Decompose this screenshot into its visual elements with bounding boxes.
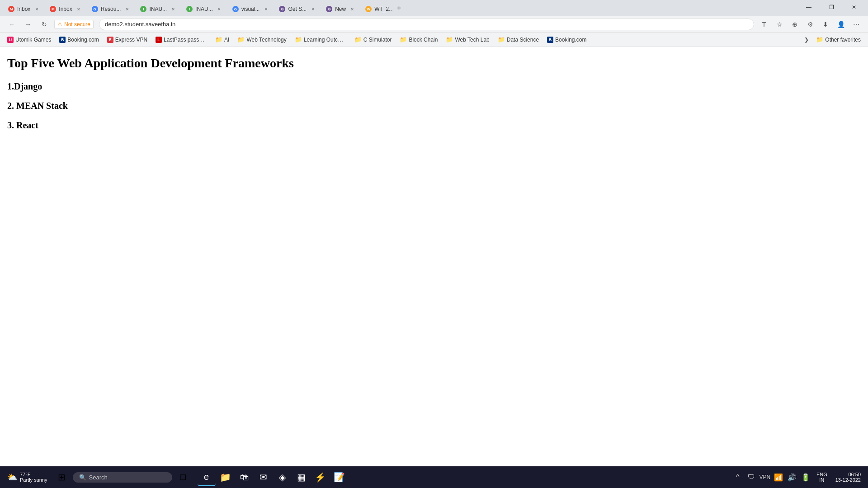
browser-frame: MInbox×MInbox×GResou...×IINAU...×IINAU..… xyxy=(0,0,868,488)
tab-close-button[interactable]: × xyxy=(33,5,40,13)
start-button[interactable]: ⊞ xyxy=(53,468,71,486)
bookmark-csimulator[interactable]: 📁C Simulator xyxy=(351,35,396,44)
bookmark-label: Web Tech Lab xyxy=(455,37,489,43)
bookmarks-bar: UUtomik GamesBBooking.comEExpress VPNLLa… xyxy=(0,33,868,47)
taskbar-app-ms365[interactable]: ▦ xyxy=(292,468,311,486)
tab-resou[interactable]: GResou...× xyxy=(87,2,136,16)
site-icon: U xyxy=(7,37,14,43)
tab-close-button[interactable]: × xyxy=(262,5,269,13)
start-icon: ⊞ xyxy=(58,472,66,483)
bookmark-webtechlab[interactable]: 📁Web Tech Lab xyxy=(442,35,493,44)
minimize-button[interactable]: — xyxy=(798,1,819,14)
clock-time: 06:50 xyxy=(848,472,861,477)
tab-label: Resou... xyxy=(101,6,121,12)
taskbar: ⛅ 77°F Partly sunny ⊞ 🔍 Search ❑ e📁🛍✉◈▦⚡… xyxy=(0,466,868,488)
bookmark-other-favorites[interactable]: 📁 Other favorites xyxy=(812,35,864,44)
wifi-icon[interactable]: 📶 xyxy=(772,471,785,483)
tab-close-button[interactable]: × xyxy=(75,5,82,13)
taskbar-app-mail[interactable]: ✉ xyxy=(255,468,273,486)
tab-inbox2[interactable]: MInbox× xyxy=(45,2,86,16)
security-badge: ⚠ Not secure xyxy=(54,20,94,29)
bookmark-expressvpn[interactable]: EExpress VPN xyxy=(104,36,151,44)
taskview-icon: ❑ xyxy=(180,473,186,482)
tab-gets[interactable]: ⊙Get S...× xyxy=(274,2,321,16)
bookmark-learningoutcome[interactable]: 📁Learning Outcome xyxy=(291,35,350,44)
bookmark-label: AI xyxy=(224,37,229,43)
battery-icon[interactable]: 🔋 xyxy=(799,471,812,483)
taskbar-clock[interactable]: 06:50 13-12-2022 xyxy=(832,471,864,483)
tab-favicon: W xyxy=(365,6,372,12)
volume-icon[interactable]: 🔊 xyxy=(786,471,798,483)
bookmark-datasci[interactable]: 📁Data Science xyxy=(494,35,542,44)
forward-button[interactable]: → xyxy=(22,18,34,31)
folder-icon: 📁 xyxy=(498,36,505,43)
tab-close-button[interactable]: × xyxy=(349,5,356,13)
more-icon[interactable]: ⋯ xyxy=(850,18,863,31)
tab-favicon: I xyxy=(186,6,193,12)
collections-icon[interactable]: ⊕ xyxy=(788,18,801,31)
bookmark-label: Utomik Games xyxy=(15,37,51,43)
tab-close-button[interactable]: × xyxy=(216,5,223,13)
systray-expand-button[interactable]: ^ xyxy=(731,471,744,483)
folder-icon: 📁 xyxy=(446,36,453,43)
download-icon[interactable]: ⬇ xyxy=(819,18,832,31)
close-button[interactable]: ✕ xyxy=(844,1,864,14)
tab-favicon: M xyxy=(8,6,14,12)
region-label: IN xyxy=(819,477,824,483)
tab-new[interactable]: ⊙New× xyxy=(321,2,360,16)
bookmark-ai[interactable]: 📁AI xyxy=(212,35,233,44)
tab-inau2[interactable]: IINAU...× xyxy=(182,2,227,16)
tab-close-button[interactable]: × xyxy=(309,5,316,13)
taskbar-weather[interactable]: ⛅ 77°F Partly sunny xyxy=(4,470,51,484)
taskbar-app-store[interactable]: 🛍 xyxy=(236,468,254,486)
bookmark-label: Block Chain xyxy=(409,37,438,43)
bookmark-lastpass[interactable]: LLastPass password... xyxy=(152,36,211,44)
antivirus-icon[interactable]: 🛡 xyxy=(745,471,758,483)
site-icon: E xyxy=(107,37,113,43)
tab-bar: MInbox×MInbox×GResou...×IINAU...×IINAU..… xyxy=(0,0,868,16)
folder-icon: 📁 xyxy=(400,36,407,43)
bookmark-booking2[interactable]: BBooking.com xyxy=(543,36,590,44)
translate-icon[interactable]: T xyxy=(758,18,770,31)
taskbar-app-edge[interactable]: e xyxy=(198,468,216,486)
maximize-button[interactable]: ❐ xyxy=(821,1,842,14)
tab-label: visual... xyxy=(241,6,260,12)
taskbar-app-vscode[interactable]: ⚡ xyxy=(311,468,330,486)
search-icon: 🔍 xyxy=(79,474,86,481)
new-tab-button[interactable]: + xyxy=(393,2,406,14)
bookmark-label: Web Technology xyxy=(246,37,286,43)
taskbar-app-notes[interactable]: 📝 xyxy=(330,468,349,486)
bookmark-blockchain[interactable]: 📁Block Chain xyxy=(396,35,441,44)
taskview-button[interactable]: ❑ xyxy=(174,468,192,486)
page-title: Top Five Web Application Development Fra… xyxy=(7,56,861,70)
settings-icon[interactable]: ⚙ xyxy=(804,18,816,31)
folder-icon: 📁 xyxy=(354,36,362,43)
tab-wt2[interactable]: WWT_2...× xyxy=(361,2,392,16)
bookmark-label: Express VPN xyxy=(115,37,147,43)
taskbar-app-dropbox[interactable]: ◈ xyxy=(274,468,292,486)
systray: ^ 🛡 VPN 📶 🔊 🔋 xyxy=(731,471,812,483)
bookmark-booking1[interactable]: BBooking.com xyxy=(56,36,102,44)
clock-date: 13-12-2022 xyxy=(835,477,861,483)
tab-close-button[interactable]: × xyxy=(123,5,131,13)
tab-inbox1[interactable]: MInbox× xyxy=(4,2,45,16)
language-indicator[interactable]: ENG IN xyxy=(814,471,830,483)
taskbar-search[interactable]: 🔍 Search xyxy=(73,472,172,483)
tab-inau1[interactable]: IINAU...× xyxy=(136,2,181,16)
url-input[interactable] xyxy=(99,19,754,30)
tab-favicon: I xyxy=(140,6,146,12)
tab-close-button[interactable]: × xyxy=(170,5,177,13)
bookmark-utomik[interactable]: UUtomik Games xyxy=(4,36,55,44)
tab-label: WT_2... xyxy=(374,6,392,12)
bookmark-webtech[interactable]: 📁Web Technology xyxy=(234,35,290,44)
vpn-icon[interactable]: VPN xyxy=(759,471,771,483)
back-button[interactable]: ← xyxy=(5,18,18,31)
page-item-item1: 1.Django xyxy=(7,81,861,92)
tab-visual[interactable]: Gvisual...× xyxy=(228,2,274,16)
security-warning-icon: ⚠ xyxy=(57,21,62,28)
bookmarks-more-button[interactable]: ❯ xyxy=(802,36,811,44)
profile-icon[interactable]: 👤 xyxy=(835,18,847,31)
star-icon[interactable]: ☆ xyxy=(773,18,786,31)
reload-button[interactable]: ↻ xyxy=(38,18,51,31)
taskbar-app-explorer[interactable]: 📁 xyxy=(217,468,235,486)
